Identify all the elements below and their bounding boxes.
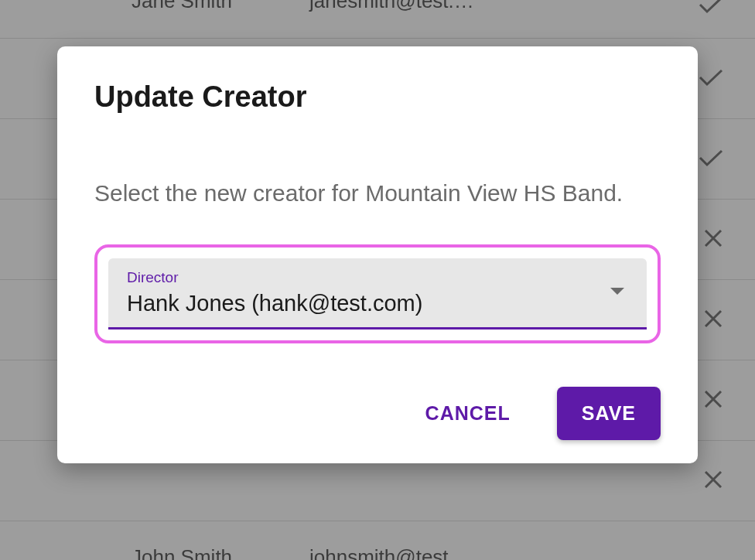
update-creator-dialog: Update Creator Select the new creator fo… [57, 46, 698, 463]
save-button[interactable]: SAVE [557, 387, 661, 440]
caret-down-icon [610, 285, 625, 299]
select-label: Director [127, 269, 628, 286]
director-select[interactable]: Director Hank Jones (hank@test.com) [108, 258, 647, 330]
dialog-actions: CANCEL SAVE [94, 387, 661, 440]
select-value: Hank Jones (hank@test.com) [127, 291, 628, 316]
dialog-description: Select the new creator for Mountain View… [94, 176, 661, 212]
dialog-title: Update Creator [94, 80, 661, 114]
modal-overlay[interactable]: Update Creator Select the new creator fo… [0, 0, 755, 560]
cancel-button[interactable]: CANCEL [401, 387, 535, 440]
select-highlight-ring: Director Hank Jones (hank@test.com) [94, 244, 661, 343]
